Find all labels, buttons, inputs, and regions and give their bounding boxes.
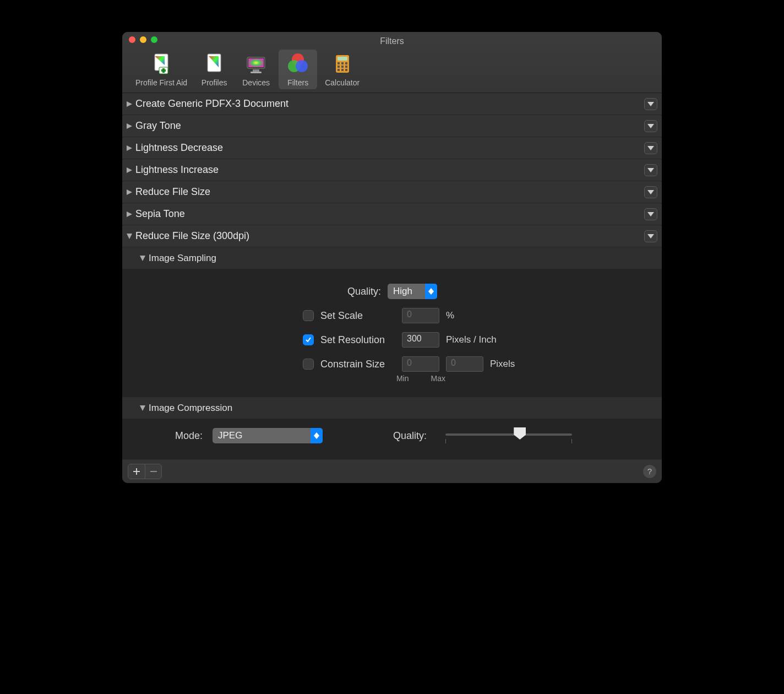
disclosure-triangle-down-icon[interactable] (126, 232, 133, 240)
traffic-lights (129, 36, 157, 43)
toolbar-item-profile-first-aid[interactable]: Profile First Aid (131, 50, 192, 89)
filter-row[interactable]: Sepia Tone (122, 203, 662, 225)
resolution-unit: Pixels / Inch (446, 334, 497, 345)
quality-slider[interactable] (445, 428, 572, 443)
svg-marker-44 (314, 436, 319, 439)
svg-marker-25 (127, 101, 132, 107)
constrain-min-input[interactable]: 0 (402, 356, 439, 372)
filter-list: Create Generic PDFX-3 Document Gray Tone… (122, 93, 662, 459)
disclosure-triangle-icon[interactable] (126, 100, 133, 108)
svg-marker-38 (647, 234, 654, 238)
disclosure-triangle-icon[interactable] (126, 166, 133, 174)
resolution-input[interactable]: 300 (402, 332, 439, 348)
close-button[interactable] (129, 36, 135, 43)
toolbar-item-filters[interactable]: Filters (279, 50, 317, 89)
disclosure-triangle-icon[interactable] (126, 210, 133, 218)
compression-quality-label: Quality: (393, 430, 427, 442)
filter-label: Lightness Decrease (135, 142, 223, 154)
svg-rect-9 (253, 69, 259, 72)
svg-rect-24 (345, 69, 347, 71)
set-scale-checkbox[interactable] (303, 310, 314, 321)
disclosure-triangle-icon[interactable] (126, 122, 133, 130)
svg-rect-18 (345, 62, 347, 64)
section-label: Image Sampling (149, 253, 216, 264)
disclosure-triangle-down-icon[interactable] (139, 254, 146, 262)
svg-rect-4 (161, 69, 166, 72)
svg-marker-26 (647, 102, 654, 106)
svg-rect-22 (337, 69, 340, 71)
svg-marker-41 (428, 291, 434, 295)
disclosure-triangle-icon[interactable] (126, 188, 133, 196)
disclosure-triangle-down-icon[interactable] (139, 404, 146, 412)
mode-label: Mode: (175, 430, 203, 442)
toolbar-item-profiles[interactable]: Profiles (195, 50, 233, 89)
zoom-button[interactable] (151, 36, 157, 43)
devices-icon (244, 52, 268, 76)
quality-label: Quality: (122, 286, 381, 297)
filter-row[interactable]: Lightness Decrease (122, 137, 662, 159)
filter-label: Gray Tone (135, 120, 181, 132)
filter-row[interactable]: Reduce File Size (122, 181, 662, 203)
filter-label: Reduce File Size (135, 186, 210, 198)
help-icon: ? (647, 467, 652, 476)
toolbar-item-devices[interactable]: Devices (237, 50, 275, 89)
svg-rect-20 (341, 66, 344, 68)
svg-rect-16 (337, 62, 340, 64)
filter-action-button[interactable] (644, 120, 657, 132)
section-image-sampling[interactable]: Image Sampling (122, 247, 662, 269)
constrain-max-input[interactable]: 0 (446, 356, 483, 372)
max-label: Max (431, 374, 445, 383)
filter-row[interactable]: Gray Tone (122, 115, 662, 137)
mode-value: JPEG (218, 430, 242, 441)
slider-thumb-icon[interactable] (514, 427, 526, 440)
filter-label: Lightness Increase (135, 164, 219, 176)
profiles-icon (202, 52, 226, 76)
filter-action-button[interactable] (644, 186, 657, 198)
mode-select[interactable]: JPEG (213, 428, 323, 443)
footer: ? (122, 459, 662, 483)
svg-rect-23 (341, 69, 344, 71)
filter-row[interactable]: Lightness Increase (122, 159, 662, 181)
quality-select[interactable]: High (388, 284, 437, 299)
select-stepper-icon (425, 284, 437, 299)
filters-icon (286, 52, 310, 76)
toolbar-label: Devices (242, 78, 270, 87)
svg-rect-8 (248, 58, 264, 67)
filter-row-expanded[interactable]: Reduce File Size (300dpi) (122, 225, 662, 247)
disclosure-triangle-icon[interactable] (126, 144, 133, 152)
filter-action-button[interactable] (644, 142, 657, 154)
svg-marker-34 (647, 190, 654, 194)
image-compression-panel: Mode: JPEG Quality: (122, 419, 662, 459)
help-button[interactable]: ? (643, 465, 656, 478)
svg-marker-29 (127, 145, 132, 151)
svg-point-13 (296, 60, 308, 72)
svg-marker-42 (140, 405, 145, 411)
min-label: Min (396, 374, 409, 383)
toolbar-item-calculator[interactable]: Calculator (320, 50, 364, 89)
toolbar-label: Calculator (325, 78, 360, 87)
svg-marker-33 (127, 189, 132, 195)
svg-rect-46 (133, 471, 140, 472)
filter-action-button[interactable] (644, 208, 657, 220)
remove-button[interactable] (145, 464, 161, 479)
calculator-icon (330, 52, 355, 76)
window-title: Filters (129, 36, 655, 46)
svg-rect-15 (337, 57, 347, 61)
toolbar-label: Profile First Aid (135, 78, 187, 87)
constrain-size-checkbox[interactable] (303, 359, 314, 370)
scale-input[interactable]: 0 (402, 308, 439, 323)
minimize-button[interactable] (140, 36, 146, 43)
minmax-labels: Min Max (396, 374, 662, 383)
filter-action-button[interactable] (644, 230, 657, 242)
filter-action-button[interactable] (644, 98, 657, 110)
filter-action-button[interactable] (644, 164, 657, 176)
section-image-compression[interactable]: Image Compression (122, 397, 662, 419)
svg-marker-32 (647, 168, 654, 172)
set-resolution-checkbox[interactable] (303, 334, 314, 345)
filter-row[interactable]: Create Generic PDFX-3 Document (122, 93, 662, 115)
filter-label: Sepia Tone (135, 208, 185, 220)
window: Filters Profile First Aid (122, 32, 662, 483)
add-remove-group (128, 464, 162, 479)
add-button[interactable] (128, 464, 145, 479)
svg-rect-21 (345, 66, 347, 68)
